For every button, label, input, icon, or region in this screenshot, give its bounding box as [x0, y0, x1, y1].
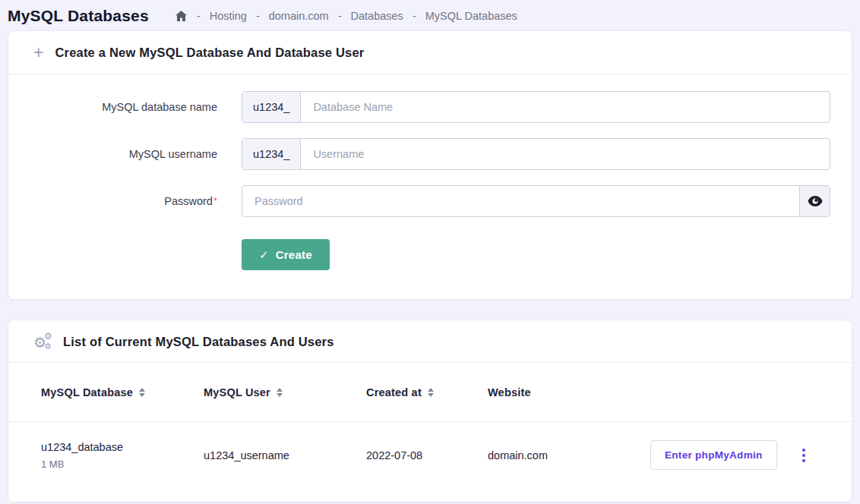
sort-icon[interactable] [139, 388, 145, 397]
row-actions-menu-button[interactable] [798, 444, 810, 467]
required-asterisk: * [213, 195, 217, 206]
username-label: MySQL username [8, 148, 242, 160]
eye-icon [808, 196, 823, 206]
cell-website: domain.com [488, 449, 650, 461]
list-card-header: ⚙ ⚙ ⚙ List of Current MySQL Databases An… [8, 320, 852, 363]
kebab-dot [802, 459, 805, 462]
create-card-title: Create a New MySQL Database And Database… [55, 46, 364, 60]
database-list-card: ⚙ ⚙ ⚙ List of Current MySQL Databases An… [8, 320, 852, 502]
database-name: u1234_database [41, 441, 204, 453]
password-input-group [242, 185, 830, 217]
username-row: MySQL username u1234_ [8, 138, 830, 170]
username-input[interactable] [301, 139, 830, 169]
cell-created-at: 2022-07-08 [366, 449, 488, 461]
table-header-row: MySQL Database MySQL User Created at Web… [8, 363, 852, 422]
column-header-website: Website [488, 386, 650, 398]
database-name-input-group: u1234_ [242, 91, 830, 123]
password-label: Password* [8, 195, 242, 207]
create-button-label: Create [276, 248, 312, 261]
sort-icon[interactable] [428, 388, 434, 397]
create-button-row: ✓ Create [8, 239, 830, 270]
breadcrumb-item-hosting[interactable]: Hosting [210, 10, 247, 22]
gears-icon: ⚙ ⚙ ⚙ [33, 333, 52, 350]
cell-user: u1234_username [204, 449, 366, 461]
database-name-prefix: u1234_ [242, 92, 301, 122]
breadcrumb-item-mysql-databases: MySQL Databases [425, 10, 517, 22]
databases-table: MySQL Database MySQL User Created at Web… [8, 363, 852, 502]
plus-icon: + [33, 44, 43, 61]
check-icon: ✓ [259, 248, 269, 262]
username-input-group: u1234_ [242, 138, 830, 170]
breadcrumb-item-domain[interactable]: domain.com [269, 10, 329, 22]
breadcrumb-separator: - [197, 10, 201, 22]
database-name-row: MySQL database name u1234_ [8, 91, 830, 123]
sort-icon[interactable] [277, 388, 283, 397]
cell-actions: Enter phpMyAdmin [650, 440, 852, 470]
create-database-card: + Create a New MySQL Database And Databa… [8, 30, 852, 300]
home-icon[interactable] [175, 10, 188, 22]
top-bar: MySQL Databases - Hosting - domain.com -… [0, 0, 860, 30]
breadcrumb-separator: - [338, 10, 342, 22]
password-input[interactable] [242, 186, 799, 216]
kebab-dot [802, 449, 805, 452]
breadcrumb-item-databases[interactable]: Databases [351, 10, 403, 22]
password-row: Password* [8, 185, 830, 217]
breadcrumb: - Hosting - domain.com - Databases - MyS… [175, 10, 517, 22]
breadcrumb-separator: - [413, 10, 416, 22]
column-header-created-at[interactable]: Created at [366, 386, 488, 398]
cell-database-name: u1234_database 1 MB [41, 441, 204, 470]
create-button[interactable]: ✓ Create [242, 239, 330, 270]
database-name-label: MySQL database name [8, 101, 242, 113]
username-prefix: u1234_ [242, 139, 301, 169]
column-header-mysql-user[interactable]: MySQL User [204, 386, 366, 398]
database-size: 1 MB [41, 458, 204, 470]
create-database-form: MySQL database name u1234_ MySQL usernam… [8, 74, 852, 299]
column-header-mysql-database[interactable]: MySQL Database [41, 386, 204, 398]
page-title: MySQL Databases [8, 7, 149, 25]
toggle-password-visibility-button[interactable] [799, 186, 830, 216]
create-card-header: + Create a New MySQL Database And Databa… [8, 31, 852, 74]
table-row: u1234_database 1 MB u1234_username 2022-… [8, 422, 852, 487]
enter-phpmyadmin-button[interactable]: Enter phpMyAdmin [650, 440, 777, 470]
breadcrumb-separator: - [256, 10, 260, 22]
kebab-dot [802, 454, 805, 457]
list-card-title: List of Current MySQL Databases And User… [63, 335, 334, 349]
database-name-input[interactable] [301, 92, 830, 122]
